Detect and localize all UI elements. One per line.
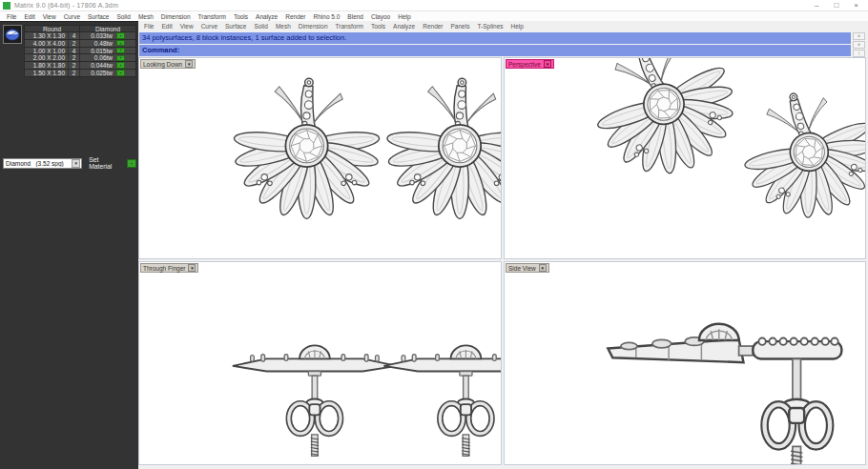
gem-weight: 0.044tw xyxy=(80,62,114,69)
menu-item[interactable]: Transform xyxy=(195,13,230,20)
gem-apply-button[interactable]: ▪ xyxy=(116,55,125,62)
viewport-title: Side View xyxy=(508,265,536,272)
gem-icon xyxy=(4,27,21,43)
menu-item[interactable]: Surface xyxy=(221,23,250,30)
menu-item[interactable]: Analyze xyxy=(389,23,419,30)
gem-apply-button[interactable]: ▪ xyxy=(116,70,125,76)
chevron-down-icon[interactable]: ▼ xyxy=(539,264,547,272)
menu-item[interactable]: Solid xyxy=(250,23,271,30)
gem-apply-icon: ▪ xyxy=(120,48,122,52)
viewport-through-finger: Through Finger ▼ xyxy=(138,261,502,465)
viewport-looking-down: Looking Down ▼ xyxy=(138,57,502,259)
menu-item[interactable]: File xyxy=(3,13,20,20)
gem-size: 4.00 X 4.00 xyxy=(25,40,69,47)
material-select[interactable]: Diamond (3.52 spg) ▼ xyxy=(3,158,82,169)
viewport-label-side-view[interactable]: Side View ▼ xyxy=(506,263,549,273)
menu-item[interactable]: Tools xyxy=(367,23,389,30)
table-row[interactable]: 1.80 X 1.80 2 0.044tw ▪ xyxy=(24,62,136,70)
menu-item[interactable]: View xyxy=(39,13,60,20)
maximize-button[interactable]: □ xyxy=(834,1,838,10)
viewport-label-through-finger[interactable]: Through Finger ▼ xyxy=(140,263,198,273)
looking-down-canvas[interactable] xyxy=(139,58,501,258)
menu-item[interactable]: Edit xyxy=(20,13,38,20)
menu-item[interactable]: Transform xyxy=(332,23,367,30)
table-row[interactable]: 1.00 X 1.00 4 0.015tw ▪ xyxy=(24,48,136,55)
chevron-down-icon[interactable]: ▼ xyxy=(72,159,80,168)
rhino-menu-bar: FileEditViewCurveSurfaceSolidMeshDimensi… xyxy=(138,21,868,31)
gem-apply-button[interactable]: ▪ xyxy=(116,40,125,47)
table-row[interactable]: 4.00 X 4.00 2 0.48tw ▪ xyxy=(24,40,136,48)
gem-weight: 0.48tw xyxy=(80,40,114,47)
set-material-label: Set Material xyxy=(89,156,123,170)
scroll-down-icon[interactable]: ˅ xyxy=(853,41,865,49)
viewport-label-perspective[interactable]: Perspective ▼ xyxy=(506,59,554,69)
menu-item[interactable]: Rhino 5.0 xyxy=(310,13,344,20)
gem-size: 1.00 X 1.00 xyxy=(25,48,69,54)
table-row[interactable]: 2.00 X 2.00 2 0.06tw ▪ xyxy=(24,54,136,62)
menu-item[interactable]: Dimension xyxy=(295,23,332,30)
gem-size: 2.00 X 2.00 xyxy=(25,54,69,61)
gem-weight: 0.015tw xyxy=(80,48,114,54)
gem-count: 2 xyxy=(69,70,80,76)
menu-item[interactable]: File xyxy=(140,23,157,30)
menu-item[interactable]: Help xyxy=(507,23,527,30)
earring-model xyxy=(727,71,865,234)
menu-item[interactable]: Mesh xyxy=(272,23,295,30)
minimize-button[interactable]: – xyxy=(815,1,818,10)
title-bar: Matrix 9.0 (64-bit) - 17806 A.3dm – □ × xyxy=(0,0,868,11)
menu-item[interactable]: Blend xyxy=(343,13,367,20)
menu-item[interactable]: Panels xyxy=(447,23,474,30)
command-history: 34 polysurfaces, 8 block instances, 1 su… xyxy=(139,32,851,44)
chevron-down-icon[interactable]: ▼ xyxy=(188,264,196,272)
menu-item[interactable]: View xyxy=(176,23,197,30)
perspective-canvas[interactable] xyxy=(505,58,865,258)
menu-item[interactable]: Edit xyxy=(157,23,176,30)
menu-item[interactable]: Help xyxy=(394,13,414,20)
gem-apply-button[interactable]: ▪ xyxy=(116,48,125,54)
menu-item[interactable]: Mesh xyxy=(134,13,157,20)
menu-item[interactable]: Dimension xyxy=(157,13,195,20)
menu-item[interactable]: Curve xyxy=(197,23,221,30)
viewport-title: Looking Down xyxy=(143,61,182,68)
chevron-down-icon[interactable]: ▼ xyxy=(544,60,551,68)
gem-size: 1.80 X 1.80 xyxy=(25,62,69,69)
table-row[interactable]: 1.50 X 1.50 2 0.025tw ▪ xyxy=(24,70,136,77)
table-row[interactable]: 1.30 X 1.30 4 0.033tw ▪ xyxy=(24,32,136,40)
scroll-up-icon[interactable]: ˄ xyxy=(853,32,865,40)
gem-apply-button[interactable]: ▪ xyxy=(116,32,125,39)
column-diamond: Diamond xyxy=(80,26,135,32)
viewport-label-looking-down[interactable]: Looking Down ▼ xyxy=(140,59,196,69)
through-finger-canvas[interactable] xyxy=(139,262,501,464)
close-button[interactable]: × xyxy=(854,1,858,10)
gem-table-header: Round Diamond xyxy=(24,25,136,32)
gem-apply-icon: ▪ xyxy=(120,55,122,60)
gem-table-body: 1.30 X 1.30 4 0.033tw ▪ 4.00 X 4.00 2 0.… xyxy=(24,32,136,77)
gem-apply-icon: ▪ xyxy=(120,41,122,46)
gem-apply-icon: ▪ xyxy=(120,63,122,68)
menu-item[interactable]: Solid xyxy=(113,13,134,20)
set-material-button[interactable]: ▪ xyxy=(127,159,136,168)
menu-item[interactable]: Tools xyxy=(230,13,252,20)
menu-item[interactable]: Analyze xyxy=(252,13,281,20)
gem-count: 2 xyxy=(69,54,80,61)
command-prompt[interactable]: Command: xyxy=(139,45,851,56)
gem-count: 4 xyxy=(69,48,80,54)
gem-apply-button[interactable]: ▪ xyxy=(116,62,125,69)
resize-grip-icon[interactable]: ⁞ xyxy=(853,50,865,57)
material-select-value: Diamond (3.52 spg) xyxy=(4,160,72,167)
menu-item[interactable]: T-Splines xyxy=(473,23,506,30)
menu-item[interactable]: Clayoo xyxy=(367,13,394,20)
earring-model xyxy=(573,58,756,195)
gem-count: 2 xyxy=(69,40,80,47)
menu-item[interactable]: Curve xyxy=(60,13,84,20)
menu-item[interactable]: Render xyxy=(281,13,309,20)
gem-weight: 0.025tw xyxy=(80,70,114,76)
menu-item[interactable]: Render xyxy=(419,23,446,30)
earring-model xyxy=(233,76,380,219)
gem-preview-tile[interactable] xyxy=(3,25,22,44)
chevron-down-icon[interactable]: ▼ xyxy=(185,60,193,68)
side-view-canvas[interactable] xyxy=(505,262,865,464)
menu-item[interactable]: Surface xyxy=(84,13,113,20)
gem-weight: 0.033tw xyxy=(80,32,114,39)
earring-model xyxy=(383,345,501,456)
